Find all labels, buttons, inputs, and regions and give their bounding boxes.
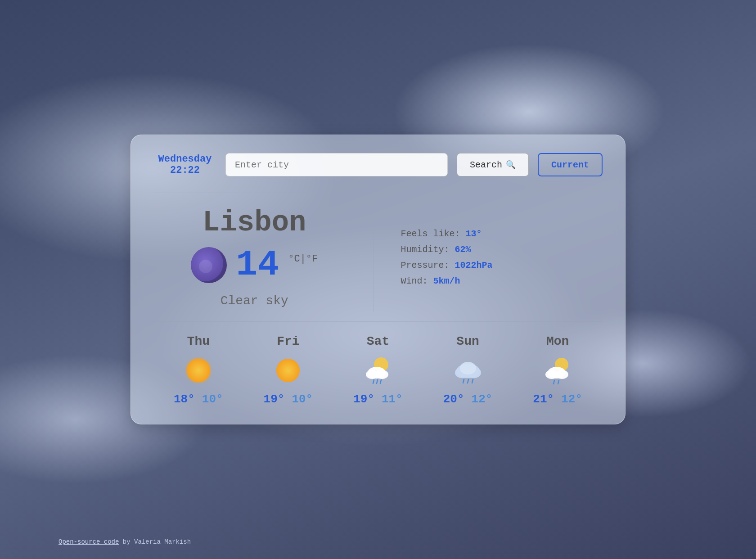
weather-right-panel: Feels like: 13° Humidity: 62% Pressure: …: [374, 202, 603, 312]
forecast-day-name-sat: Sat: [367, 334, 389, 348]
svg-line-15: [472, 379, 473, 383]
forecast-day-name-sun: Sun: [456, 334, 479, 348]
svg-point-5: [376, 370, 388, 379]
temp-low-fri: 10°: [292, 392, 313, 406]
time-label: 22:22: [153, 165, 216, 176]
forecast-icon-mon: [542, 355, 573, 386]
temp-high-sat: 19°: [353, 392, 374, 406]
feels-like-label: Feels like:: [401, 229, 460, 239]
city-name: Lisbon: [202, 207, 306, 239]
forecast-temps-fri: 19° 10°: [264, 392, 313, 406]
temp-high-fri: 19°: [264, 392, 285, 406]
forecast-temps-sun: 20° 12°: [443, 392, 493, 406]
wind-row: Wind: 5km/h: [401, 276, 603, 286]
temperature-value: 14: [236, 247, 279, 283]
forecast-section: Thu: [153, 322, 603, 406]
temperature-row: 14 °C|°F: [191, 247, 318, 283]
condition-description: Clear sky: [220, 294, 288, 308]
pressure-row: Pressure: 1022hPa: [401, 260, 603, 270]
feels-like-row: Feels like: 13°: [401, 229, 603, 239]
forecast-day-name-thu: Thu: [187, 334, 210, 348]
humidity-value: 62%: [455, 244, 471, 255]
forecast-day-mon: Mon 21° 12°: [513, 334, 603, 406]
weather-app: Wednesday 22:22 Search 🔍 Current Lisbon …: [130, 135, 626, 424]
forecast-day-sat: Sat 19° 11°: [333, 334, 423, 406]
open-source-link[interactable]: Open-source code: [58, 538, 119, 545]
wind-label: Wind:: [401, 276, 428, 286]
temp-low-mon: 12°: [561, 392, 582, 406]
author-credit: by Valeria Markish: [119, 538, 191, 545]
svg-line-7: [377, 380, 378, 383]
forecast-temps-sat: 19° 11°: [353, 392, 403, 406]
forecast-day-name-fri: Fri: [277, 334, 299, 348]
temp-low-sat: 11°: [382, 392, 403, 406]
search-button-label: Search: [470, 160, 502, 170]
feels-like-value: 13°: [466, 229, 482, 239]
search-icon: 🔍: [506, 160, 516, 170]
day-label: Wednesday: [153, 153, 216, 165]
unit-toggle[interactable]: °C|°F: [288, 253, 318, 265]
humidity-row: Humidity: 62%: [401, 244, 603, 255]
pressure-value: 1022hPa: [455, 260, 493, 270]
svg-point-0: [187, 359, 210, 382]
forecast-day-thu: Thu: [153, 334, 243, 406]
forecast-temps-mon: 21° 12°: [533, 392, 582, 406]
footer: Open-source code by Valeria Markish: [58, 538, 191, 545]
forecast-icon-sat: [362, 355, 394, 386]
pressure-label: Pressure:: [401, 260, 450, 270]
current-location-button[interactable]: Current: [538, 153, 603, 176]
svg-line-20: [554, 380, 554, 384]
search-button[interactable]: Search 🔍: [457, 153, 529, 176]
forecast-day-fri: Fri 19° 10°: [243, 334, 333, 406]
temp-high-mon: 21°: [533, 392, 554, 406]
svg-line-8: [380, 380, 381, 383]
temp-low-thu: 10°: [202, 392, 223, 406]
weather-main-section: Lisbon 14 °C|°F Clear sky Feels like: 13…: [153, 193, 603, 322]
date-time-display: Wednesday 22:22: [153, 153, 216, 176]
forecast-icon-thu: [183, 355, 214, 386]
svg-line-14: [468, 379, 468, 383]
wind-value: 5km/h: [433, 276, 460, 286]
svg-point-19: [556, 370, 568, 379]
weather-left-panel: Lisbon 14 °C|°F Clear sky: [153, 202, 374, 312]
temp-low-sun: 12°: [472, 392, 493, 406]
forecast-icon-fri: [272, 355, 304, 386]
temp-high-thu: 18°: [174, 392, 195, 406]
forecast-day-name-mon: Mon: [546, 334, 569, 348]
forecast-temps-thu: 18° 10°: [174, 392, 223, 406]
forecast-icon-sun: [452, 355, 484, 386]
humidity-label: Humidity:: [401, 244, 450, 255]
svg-line-13: [463, 379, 464, 383]
forecast-day-sun: Sun 20° 12°: [423, 334, 513, 406]
header-row: Wednesday 22:22 Search 🔍 Current: [153, 153, 603, 176]
svg-point-12: [460, 362, 476, 374]
city-search-input[interactable]: [225, 153, 448, 176]
svg-line-6: [373, 380, 374, 383]
svg-point-1: [276, 359, 300, 382]
weather-condition-icon: [191, 247, 227, 283]
temp-high-sun: 20°: [443, 392, 464, 406]
svg-line-21: [558, 380, 559, 384]
